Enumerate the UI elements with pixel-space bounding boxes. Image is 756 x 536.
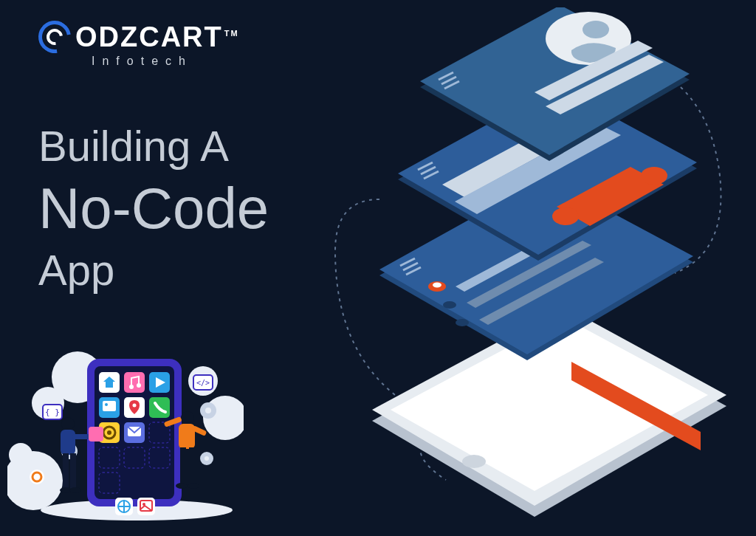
headline-line-1: Building A: [38, 122, 269, 171]
svg-rect-97: [189, 447, 195, 484]
svg-marker-16: [479, 258, 604, 325]
svg-marker-22: [442, 107, 608, 197]
svg-marker-12: [456, 224, 580, 292]
headline-line-3: App: [38, 246, 269, 295]
svg-marker-3: [571, 362, 701, 450]
svg-rect-96: [180, 447, 186, 484]
svg-point-32: [546, 12, 631, 65]
brand-logo: ODZCARTTM Infotech: [38, 21, 239, 68]
device-base: [372, 306, 726, 517]
svg-marker-17: [398, 92, 697, 261]
svg-point-33: [583, 21, 609, 38]
trademark-label: TM: [224, 29, 239, 38]
svg-line-21: [424, 171, 439, 179]
svg-point-11: [433, 283, 441, 288]
svg-point-15: [456, 319, 469, 326]
svg-point-69: [107, 430, 111, 435]
svg-point-90: [69, 487, 81, 493]
svg-text:{ }: { }: [45, 408, 60, 417]
svg-point-58: [137, 383, 141, 388]
svg-rect-62: [103, 401, 116, 411]
svg-point-25: [552, 207, 579, 225]
svg-point-63: [105, 403, 108, 406]
svg-line-31: [444, 81, 459, 89]
svg-point-13: [443, 301, 456, 309]
svg-rect-56: [124, 372, 145, 393]
svg-point-65: [133, 404, 137, 408]
svg-point-41: [9, 443, 32, 467]
headline: Building A No-Code App: [38, 122, 269, 295]
headline-line-2: No-Code: [38, 176, 269, 242]
layer-form: [398, 86, 697, 261]
svg-point-84: [61, 417, 75, 430]
svg-text:</>: </>: [196, 379, 210, 387]
svg-line-7: [400, 258, 415, 266]
svg-point-92: [181, 411, 194, 425]
svg-marker-6: [379, 177, 693, 354]
svg-rect-91: [89, 427, 103, 441]
svg-line-29: [439, 72, 453, 80]
svg-marker-23: [455, 124, 621, 214]
svg-point-50: [205, 408, 211, 413]
svg-line-30: [441, 77, 456, 84]
svg-marker-0: [372, 317, 726, 517]
svg-marker-28: [420, 7, 690, 155]
brand-subtitle: Infotech: [92, 55, 239, 68]
svg-point-4: [462, 455, 486, 468]
svg-line-20: [421, 167, 436, 174]
svg-line-9: [406, 267, 421, 275]
layer-list: [379, 177, 693, 360]
svg-rect-87: [63, 453, 69, 489]
svg-rect-85: [61, 430, 75, 455]
svg-marker-24: [557, 167, 664, 226]
isometric-illustration: [291, 7, 749, 524]
svg-marker-27: [420, 11, 690, 161]
svg-marker-5: [379, 183, 693, 360]
svg-point-26: [641, 167, 667, 185]
svg-line-8: [403, 263, 418, 270]
svg-line-19: [418, 162, 433, 170]
svg-point-57: [129, 385, 134, 389]
svg-marker-2: [391, 317, 708, 491]
svg-point-98: [176, 483, 188, 489]
svg-marker-34: [535, 41, 653, 100]
logo-mark-icon: [32, 14, 77, 59]
svg-marker-35: [546, 55, 664, 114]
svg-marker-18: [398, 86, 697, 255]
svg-point-10: [428, 281, 446, 292]
svg-point-99: [188, 483, 199, 489]
people-building-app-illustration: { } </>: [7, 337, 244, 521]
svg-rect-93: [179, 424, 195, 449]
svg-marker-14: [467, 241, 591, 308]
svg-rect-88: [70, 453, 76, 489]
svg-point-52: [205, 456, 209, 461]
svg-marker-1: [372, 306, 726, 506]
layer-profile: [420, 7, 690, 161]
brand-name: ODZCART: [75, 21, 223, 52]
